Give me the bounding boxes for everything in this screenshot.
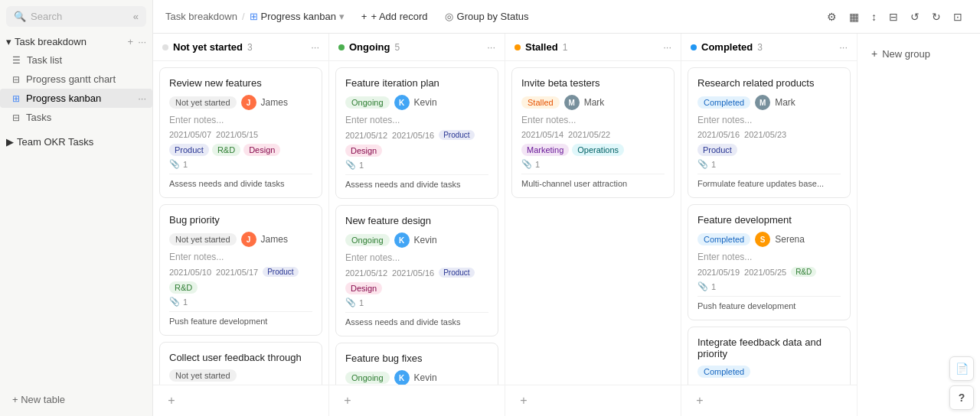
- col-footer-ongoing: +: [329, 385, 505, 416]
- section-more-icon[interactable]: ···: [138, 36, 146, 47]
- attachment-count: 1: [711, 282, 716, 291]
- sidebar-item-task-list[interactable]: ☰ Task list: [0, 50, 152, 70]
- status-badge: Ongoing: [345, 96, 390, 109]
- settings-icon-btn[interactable]: ⚙: [822, 7, 842, 27]
- card-title: Collect user feedback through: [169, 352, 312, 363]
- kanban-col-ongoing: Ongoing 5 ··· Feature iteration plan Ong…: [329, 34, 505, 416]
- add-card-btn[interactable]: +: [514, 392, 533, 410]
- collapse-btn[interactable]: «: [133, 11, 139, 22]
- undo-icon-btn[interactable]: ↺: [905, 7, 925, 27]
- card-description: Formulate feature updates base...: [697, 174, 841, 188]
- kanban-more-btn[interactable]: ···: [138, 93, 146, 104]
- add-record-button[interactable]: + + Add record: [354, 7, 436, 26]
- date-start: 2021/05/12: [345, 131, 387, 140]
- sidebar-item-progress-gantt[interactable]: ⊟ Progress gantt chart: [0, 70, 152, 89]
- card-tag: Product: [169, 144, 209, 156]
- col-more-btn[interactable]: ···: [311, 41, 319, 53]
- date-start: 2021/05/07: [169, 130, 211, 139]
- section-add-icon[interactable]: +: [128, 36, 134, 47]
- col-count: 3: [247, 42, 253, 53]
- new-table-button[interactable]: + New table: [6, 389, 146, 410]
- sidebar-item-progress-kanban[interactable]: ⊞ Progress kanban ···: [0, 89, 152, 108]
- col-more-btn[interactable]: ···: [839, 41, 848, 53]
- kanban-card[interactable]: New feature design OngoingK KevinEnter n…: [335, 205, 498, 336]
- attachment-icon: 📎: [697, 281, 708, 291]
- kanban-card[interactable]: Feature development CompletedS SerenaEnt…: [688, 204, 851, 320]
- card-tag: Design: [345, 145, 382, 157]
- card-tags: R&D: [169, 281, 312, 294]
- col-more-btn[interactable]: ···: [487, 41, 495, 53]
- sidebar-item-tasks[interactable]: ⊟ Tasks: [0, 108, 152, 127]
- doc-float-icon[interactable]: 📄: [949, 356, 974, 381]
- date-start: 2021/05/12: [345, 268, 387, 278]
- kanban-card[interactable]: Bug priority Not yet startedJ JamesEnter…: [159, 204, 322, 336]
- status-badge: Ongoing: [345, 234, 390, 246]
- sidebar-item-label: Tasks: [26, 112, 51, 123]
- card-description: Assess needs and divide tasks: [169, 174, 312, 188]
- group-by-label: Group by Status: [457, 11, 529, 22]
- card-dates: 2021/05/16 2021/05/23: [697, 130, 841, 139]
- add-card-btn[interactable]: +: [162, 392, 181, 410]
- col-count: 5: [394, 42, 400, 53]
- group-by-button[interactable]: ◎ Group by Status: [437, 7, 537, 26]
- col-header-completed: Completed 3 ···: [681, 34, 857, 61]
- team-section-title: Team OKR Tasks: [17, 136, 93, 148]
- col-count: 3: [757, 42, 763, 53]
- toolbar-icons: ⚙ ▦ ↕ ⊟ ↺ ↻ ⊡: [822, 7, 968, 27]
- kanban-card[interactable]: Integrate feedback data and priority Com…: [688, 327, 851, 385]
- redo-icon-btn[interactable]: ↻: [926, 7, 946, 27]
- attachment-count: 1: [711, 160, 716, 169]
- attachment-count: 1: [183, 160, 188, 169]
- card-tag: Design: [243, 144, 280, 156]
- card-tag: R&D: [212, 144, 240, 156]
- status-badge: Not yet started: [169, 233, 237, 245]
- card-description: Multi-channel user attraction: [521, 174, 665, 188]
- card-title: Review new features: [169, 77, 312, 89]
- search-icon-btn[interactable]: ⊡: [948, 7, 968, 27]
- filter-icon-btn[interactable]: ▦: [844, 7, 864, 27]
- attachment-count: 1: [183, 297, 188, 307]
- kanban-card[interactable]: Invite beta testers StalledM MarkEnter n…: [511, 67, 675, 198]
- kanban-card[interactable]: Feature iteration plan OngoingK KevinEnt…: [335, 67, 498, 199]
- dropdown-arrow[interactable]: ▾: [339, 11, 345, 22]
- topbar: Task breakdown / ⊞ Progress kanban ▾ + +…: [153, 0, 980, 34]
- attachment-icon: 📎: [345, 297, 356, 307]
- kanban-card[interactable]: Review new features Not yet startedJ Jam…: [159, 67, 322, 198]
- col-dot: [514, 44, 521, 50]
- card-attachment: 📎 1: [169, 297, 312, 307]
- status-badge: Not yet started: [169, 369, 237, 382]
- card-title: Invite beta testers: [521, 77, 665, 89]
- card-notes: Enter notes...: [345, 115, 488, 125]
- kanban-col-not-yet-started: Not yet started 3 ··· Review new feature…: [153, 34, 329, 416]
- add-record-label: + Add record: [371, 11, 427, 22]
- col-dot: [162, 44, 168, 50]
- kanban-card[interactable]: Feature bug fixes OngoingK Kevin: [335, 343, 498, 385]
- col-more-btn[interactable]: ···: [663, 41, 671, 53]
- assignee-avatar: J: [241, 95, 256, 110]
- kanban-card[interactable]: Collect user feedback through Not yet st…: [159, 342, 322, 385]
- assignee-name: James: [261, 97, 288, 108]
- breadcrumb-parent[interactable]: Task breakdown: [165, 11, 237, 22]
- new-group-button[interactable]: + New group: [864, 41, 938, 66]
- card-attachment: 📎 1: [169, 159, 312, 169]
- card-notes: Enter notes...: [345, 252, 488, 263]
- col-title: Ongoing: [349, 41, 390, 53]
- view-icon-btn[interactable]: ⊟: [884, 7, 903, 27]
- sidebar-section-header[interactable]: ▾ Task breakdown + ···: [0, 33, 152, 50]
- date-end: 2021/05/25: [744, 268, 786, 277]
- add-card-btn[interactable]: +: [691, 392, 709, 410]
- sort-icon-btn[interactable]: ↕: [866, 7, 882, 27]
- card-meta: OngoingK Kevin: [345, 95, 488, 110]
- card-meta: Completed: [697, 366, 841, 378]
- assignee-name: Mark: [584, 97, 605, 108]
- attachment-icon: 📎: [169, 297, 180, 307]
- card-tags: MarketingOperations: [521, 144, 665, 156]
- assignee-avatar: S: [755, 232, 770, 247]
- card-dates: 2021/05/12 2021/05/16 Product: [345, 268, 488, 278]
- team-section-header[interactable]: ▶ Team OKR Tasks: [0, 133, 152, 151]
- search-box[interactable]: 🔍 Search «: [6, 6, 146, 27]
- kanban-card[interactable]: Research related products CompletedM Mar…: [688, 67, 851, 198]
- add-card-btn[interactable]: +: [338, 392, 357, 410]
- card-dates: 2021/05/19 2021/05/25 R&D: [697, 267, 841, 277]
- help-float-icon[interactable]: ?: [949, 385, 974, 410]
